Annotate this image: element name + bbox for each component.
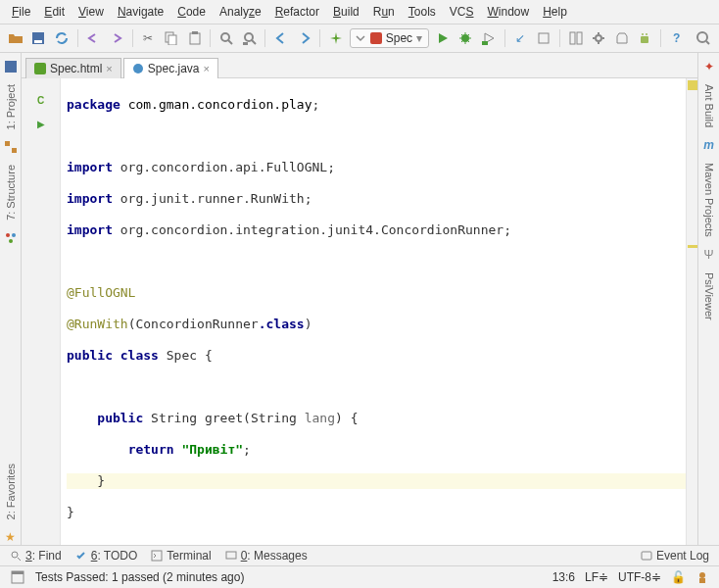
paste-icon[interactable] — [185, 27, 205, 49]
tool-project[interactable]: 1: Project — [5, 80, 17, 133]
tool-maven[interactable]: Maven Projects — [703, 159, 715, 241]
project-icon — [3, 59, 19, 74]
svg-rect-13 — [570, 32, 575, 44]
menu-code[interactable]: Code — [171, 3, 212, 21]
svg-rect-3 — [168, 35, 176, 45]
tab-spec-java[interactable]: Spec.java × — [123, 58, 218, 78]
close-icon[interactable]: × — [204, 63, 210, 74]
open-icon[interactable] — [6, 27, 25, 49]
structure-icon[interactable] — [566, 27, 586, 49]
status-tool-icon[interactable] — [10, 569, 25, 585]
run-gutter-icon[interactable]: ▶ — [22, 117, 60, 132]
svg-rect-12 — [539, 33, 549, 43]
menu-edit[interactable]: Edit — [38, 3, 71, 21]
arrow-down-icon — [355, 32, 366, 44]
menu-refactor[interactable]: Refactor — [269, 3, 325, 21]
menu-bar: File Edit View Navigate Code Analyze Ref… — [0, 0, 719, 24]
find-icon[interactable] — [216, 27, 236, 49]
replace-icon[interactable] — [240, 27, 260, 49]
psi-icon: Ψ — [701, 247, 717, 263]
menu-help[interactable]: Help — [537, 3, 573, 21]
tool-find[interactable]: 3: Find — [10, 549, 62, 563]
svg-rect-35 — [699, 578, 705, 583]
svg-point-19 — [697, 32, 707, 42]
tab-label: Spec.java — [148, 62, 200, 75]
log-icon — [641, 550, 652, 562]
sdk-icon[interactable] — [612, 27, 632, 49]
svg-rect-21 — [5, 141, 10, 146]
menu-navigate[interactable]: Navigate — [112, 3, 169, 21]
svg-point-17 — [642, 33, 644, 35]
svg-rect-5 — [192, 31, 198, 34]
svg-point-25 — [9, 239, 13, 243]
back-icon[interactable] — [271, 27, 291, 49]
svg-point-23 — [6, 233, 10, 237]
menu-run[interactable]: Run — [367, 3, 401, 21]
tab-spec-html[interactable]: Spec.html × — [25, 58, 121, 78]
run-icon[interactable] — [433, 27, 453, 49]
svg-point-6 — [221, 33, 229, 41]
editor-gutter[interactable]: C ▶ — [22, 78, 61, 545]
tool-messages[interactable]: 0: Messages — [225, 549, 308, 563]
menu-window[interactable]: Window — [481, 3, 535, 21]
run-config-selector[interactable]: Spec ▾ — [350, 28, 429, 48]
settings-icon[interactable] — [589, 27, 608, 49]
sync-icon[interactable] — [52, 27, 72, 49]
svg-rect-26 — [34, 63, 46, 74]
save-all-icon[interactable] — [29, 27, 49, 49]
svg-rect-4 — [190, 33, 200, 44]
refresh-gutter-icon[interactable]: C — [22, 93, 60, 109]
make-icon[interactable] — [326, 27, 346, 49]
tab-label: Spec.html — [50, 62, 102, 75]
warning-marker[interactable] — [688, 245, 697, 248]
status-text: Tests Passed: 1 passed (2 minutes ago) — [35, 570, 543, 584]
analysis-status-icon — [688, 80, 697, 90]
android-icon[interactable] — [635, 27, 654, 49]
code-editor[interactable]: package com.gman.concordion.play; import… — [61, 78, 686, 545]
menu-build[interactable]: Build — [327, 3, 365, 21]
editor-area: Spec.html × Spec.java × C ▶ package com.… — [22, 53, 697, 545]
status-line-ending[interactable]: LF≑ — [585, 570, 608, 584]
status-line-col[interactable]: 13:6 — [552, 570, 575, 584]
menu-view[interactable]: View — [72, 3, 110, 21]
redo-icon[interactable] — [107, 27, 126, 49]
lock-icon[interactable]: 🔓 — [671, 570, 686, 584]
search-icon — [10, 550, 22, 562]
svg-point-7 — [245, 33, 253, 41]
status-encoding[interactable]: UTF-8≑ — [618, 570, 661, 584]
svg-rect-22 — [12, 148, 17, 153]
coverage-icon[interactable] — [479, 27, 499, 49]
vcs-commit-icon[interactable] — [534, 27, 553, 49]
menu-analyze[interactable]: Analyze — [214, 3, 267, 21]
svg-point-18 — [646, 33, 647, 35]
svg-rect-29 — [152, 551, 162, 561]
help-icon[interactable]: ? — [667, 27, 687, 49]
tool-terminal[interactable]: Terminal — [151, 549, 211, 563]
svg-rect-9 — [370, 32, 382, 44]
error-stripe[interactable] — [686, 78, 697, 545]
tool-favorites[interactable]: 2: Favorites — [5, 460, 17, 523]
menu-file[interactable]: File — [6, 3, 36, 21]
close-icon[interactable]: × — [106, 63, 112, 74]
tool-ant[interactable]: Ant Build — [703, 80, 715, 131]
forward-icon[interactable] — [295, 27, 314, 49]
main-toolbar: ✂ Spec ▾ ↙ ? — [0, 24, 719, 53]
svg-rect-16 — [641, 36, 648, 43]
copy-icon[interactable] — [162, 27, 181, 49]
svg-point-10 — [461, 34, 469, 42]
run-config-label: Spec — [386, 31, 412, 45]
menu-vcs[interactable]: VCS — [444, 3, 480, 21]
undo-icon[interactable] — [84, 27, 104, 49]
debug-icon[interactable] — [456, 27, 476, 49]
tool-todo[interactable]: 6: TODO — [75, 549, 138, 563]
search-everywhere-icon[interactable] — [694, 27, 713, 49]
todo-icon — [75, 550, 87, 562]
menu-tools[interactable]: Tools — [403, 3, 442, 21]
status-bar: Tests Passed: 1 passed (2 minutes ago) 1… — [0, 566, 719, 588]
tool-structure[interactable]: 7: Structure — [5, 161, 17, 224]
vcs-update-icon[interactable]: ↙ — [511, 27, 531, 49]
tool-eventlog[interactable]: Event Log — [641, 549, 709, 563]
hector-icon[interactable] — [695, 570, 709, 584]
tool-psi[interactable]: PsiViewer — [703, 269, 715, 324]
cut-icon[interactable]: ✂ — [139, 27, 159, 49]
